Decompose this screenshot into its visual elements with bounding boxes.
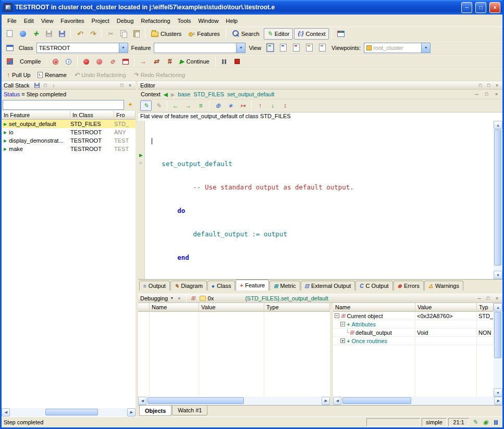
debugging-minimize-button[interactable]: ─ <box>476 295 483 301</box>
menu-item-project[interactable]: Project <box>88 16 113 26</box>
breadcrumb-class[interactable]: STD_FILES <box>193 91 224 97</box>
debugging-title[interactable]: Debugging <box>140 295 168 301</box>
step-over-button[interactable]: ⇄ <box>150 56 162 67</box>
scroll-down-button[interactable]: ▼ <box>494 388 502 397</box>
edit-status-button[interactable]: ✎ <box>471 418 480 426</box>
flat-contract-view-button[interactable]: ↕ <box>279 100 291 111</box>
code-line[interactable]: end <box>146 254 494 261</box>
scrollbar-track[interactable] <box>341 397 494 405</box>
code-line[interactable] <box>146 136 494 144</box>
scroll-left-button[interactable]: ◀ <box>2 408 10 417</box>
menu-item-help[interactable]: Help <box>222 16 241 26</box>
debugging-header[interactable]: Debugging ▼ × ⊞ 0x {STD_FILES}.set_outpu… <box>138 294 502 303</box>
editor-tool-button[interactable]: ✎ Editor <box>264 28 293 40</box>
dock-button[interactable]: ↓ <box>51 82 57 89</box>
scroll-up-button[interactable]: ▲ <box>494 303 502 311</box>
tab-external-output[interactable]: ⊡External Output <box>301 281 355 291</box>
title-bar[interactable]: TESTROOT in cluster root_cluster located… <box>2 0 502 15</box>
scroll-right-button[interactable]: ▶ <box>322 397 330 405</box>
objects-vertical-scrollbar[interactable]: ▲ ▼ <box>494 303 502 397</box>
scrollbar-thumb[interactable] <box>494 130 501 266</box>
code-line[interactable]: do <box>146 207 494 215</box>
collapse-icon[interactable]: − <box>335 313 339 318</box>
stack-options-button[interactable]: ✦ <box>125 100 134 109</box>
editor-maximize-button[interactable]: □ <box>485 82 492 89</box>
save-call-stack-button[interactable] <box>33 82 41 89</box>
pull-up-button[interactable]: ↑ Pull Up <box>4 69 33 81</box>
column-header-type[interactable]: Type <box>264 303 330 312</box>
object-tree-row[interactable]: + + Once routines <box>333 337 494 345</box>
melt-button[interactable] <box>4 56 16 67</box>
feature-combobox[interactable]: ▼ <box>154 43 245 53</box>
scrollbar-track[interactable] <box>10 408 127 417</box>
watch-expression-icon[interactable] <box>200 296 206 301</box>
tab-metric[interactable]: ⊞Metric <box>269 281 300 291</box>
ignore-breakpoints-button[interactable] <box>50 56 62 67</box>
objects-table-body[interactable] <box>333 345 494 397</box>
viewpoints-combobox[interactable]: root_cluster ▼ <box>364 43 431 53</box>
scroll-right-button[interactable]: ▶ <box>494 397 502 405</box>
debugging-close-button[interactable]: × <box>176 295 182 301</box>
flat-view-button[interactable] <box>290 42 302 54</box>
new-window-button[interactable] <box>4 28 16 40</box>
save-button[interactable] <box>43 28 55 40</box>
threads-button[interactable] <box>491 418 500 426</box>
edit-in-new-window-button[interactable]: ✎ <box>153 100 164 111</box>
history-forward-icon[interactable]: ▶ <box>171 92 175 97</box>
scrollbar-track[interactable] <box>494 129 502 271</box>
tab-errors[interactable]: ⊗Errors <box>394 281 424 291</box>
scrollbar-thumb[interactable] <box>342 397 411 404</box>
breadcrumb-cluster[interactable]: base <box>178 91 190 97</box>
collapse-icon[interactable]: − <box>340 322 345 326</box>
stop-button[interactable] <box>231 56 243 67</box>
tab-diagram[interactable]: ✎Diagram <box>170 281 207 291</box>
scrollbar-track[interactable] <box>494 311 502 388</box>
scroll-up-button[interactable]: ▲ <box>494 121 502 129</box>
code-line[interactable]: set_output_default <box>146 160 494 168</box>
code-editor[interactable]: set_output_default -- Use standard outpu… <box>145 121 494 279</box>
debug-info-button[interactable]: i <box>63 56 75 67</box>
history-back-icon[interactable]: ◀ <box>164 92 168 97</box>
menu-item-edit[interactable]: Edit <box>20 16 38 26</box>
column-header-name[interactable]: Name <box>150 303 199 312</box>
close-button[interactable]: × <box>489 2 500 13</box>
next-target-button[interactable]: → <box>182 100 194 111</box>
address-history-button[interactable]: ≡ <box>195 100 206 111</box>
paste-button[interactable] <box>130 28 142 40</box>
editor-close-button[interactable]: × <box>494 82 500 89</box>
send-to-new-window-button[interactable] <box>4 42 16 54</box>
pause-button[interactable] <box>218 56 230 67</box>
context-maximize-button[interactable]: □ <box>483 91 490 97</box>
editor-margin[interactable]: ▶ ○ <box>138 121 145 279</box>
menu-item-window[interactable]: Window <box>194 16 222 26</box>
maximize-button[interactable]: □ <box>475 2 486 13</box>
open-file-button[interactable] <box>17 28 29 40</box>
redo-refactoring-button[interactable]: ↷ Redo Refactoring <box>130 69 189 81</box>
minimize-button[interactable]: ─ <box>461 2 472 13</box>
class-combobox-arrow-icon[interactable]: ▼ <box>119 43 128 53</box>
hex-format-label[interactable]: 0x <box>208 295 214 301</box>
redo-button[interactable]: ↷ <box>87 28 99 40</box>
call-stack-header[interactable]: Call Stack □ ↓ □ × <box>2 81 136 90</box>
expand-icon[interactable]: + <box>340 338 345 343</box>
edit-feature-button[interactable]: ✎ <box>140 100 152 111</box>
class-combobox[interactable]: TESTROOT ▼ <box>36 43 128 53</box>
viewpoints-combobox-arrow-icon[interactable]: ▼ <box>421 43 430 53</box>
column-header-from[interactable]: Fro <box>114 111 136 120</box>
menu-item-favorites[interactable]: Favorites <box>57 16 88 26</box>
scrollbar-thumb[interactable] <box>147 397 244 404</box>
menu-item-view[interactable]: View <box>38 16 57 26</box>
call-stack-horizontal-scrollbar[interactable]: ◀ ▶ <box>2 408 136 417</box>
copy-button[interactable] <box>117 28 129 40</box>
continue-button[interactable]: ▶ Continue <box>176 56 212 67</box>
column-header-in-class[interactable]: In Class <box>70 111 114 120</box>
scroll-left-button[interactable]: ◀ <box>138 397 146 405</box>
breadcrumb-feature[interactable]: set_output_default <box>227 91 275 97</box>
open-in-new-window-button[interactable]: □ <box>42 82 49 89</box>
show-ancestors-button[interactable]: ↑ <box>254 100 266 111</box>
object-grid-button[interactable]: ⊞ <box>190 295 197 301</box>
undo-button[interactable]: ↶ <box>73 28 85 40</box>
watch-horizontal-scrollbar[interactable]: ◀ ▶ <box>138 397 330 405</box>
object-tree-row[interactable]: − ⊞ Current object <0x32A8760> STD_ <box>333 312 494 320</box>
cut-button[interactable]: ✂ <box>104 28 116 40</box>
